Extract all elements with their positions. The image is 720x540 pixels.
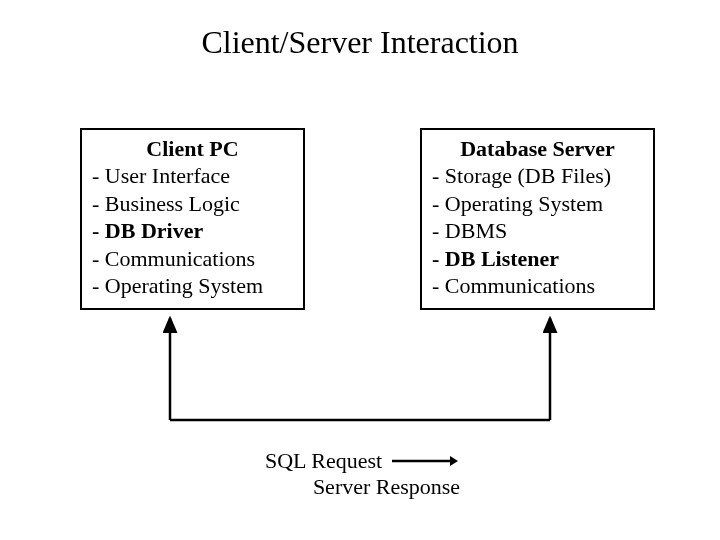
list-item: - Storage (DB Files) xyxy=(432,162,643,190)
client-box-items: - User Interface- Business Logic- DB Dri… xyxy=(92,162,293,300)
client-box: Client PC - User Interface- Business Log… xyxy=(80,128,305,310)
page-title: Client/Server Interaction xyxy=(0,24,720,61)
list-item: - Business Logic xyxy=(92,190,293,218)
list-item: - DBMS xyxy=(432,217,643,245)
legend-response-label: Server Response xyxy=(313,474,460,500)
server-box-title: Database Server xyxy=(432,136,643,162)
server-box: Database Server - Storage (DB Files)- Op… xyxy=(420,128,655,310)
list-item: - Communications xyxy=(432,272,643,300)
list-item: - DB Listener xyxy=(432,245,643,273)
client-box-title: Client PC xyxy=(92,136,293,162)
legend-request-label: SQL Request xyxy=(265,448,382,474)
list-item: - User Interface xyxy=(92,162,293,190)
list-item: - DB Driver xyxy=(92,217,293,245)
diagram-canvas: Client/Server Interaction Client PC - Us… xyxy=(0,0,720,540)
list-item: - Operating System xyxy=(92,272,293,300)
list-item: - Operating System xyxy=(432,190,643,218)
legend: SQL Request Server Response xyxy=(265,448,460,501)
arrow-right-icon xyxy=(390,454,460,468)
list-item: - Communications xyxy=(92,245,293,273)
server-box-items: - Storage (DB Files)- Operating System- … xyxy=(432,162,643,300)
